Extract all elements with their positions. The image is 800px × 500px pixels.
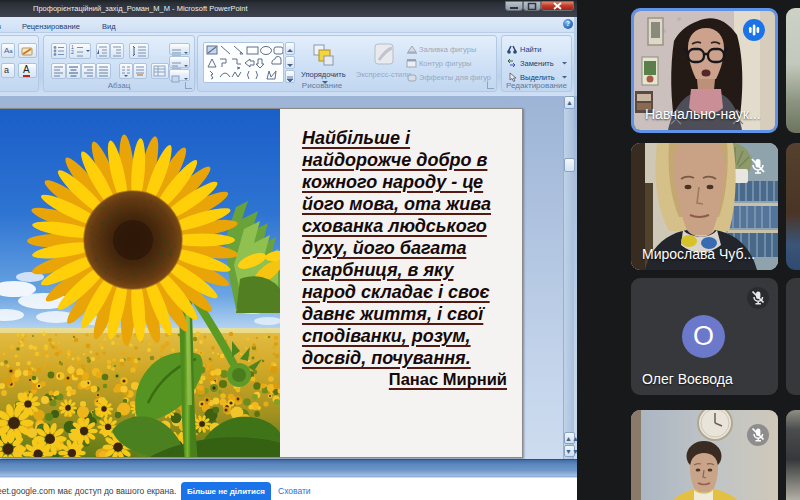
svg-text:2: 2 [71,49,74,55]
